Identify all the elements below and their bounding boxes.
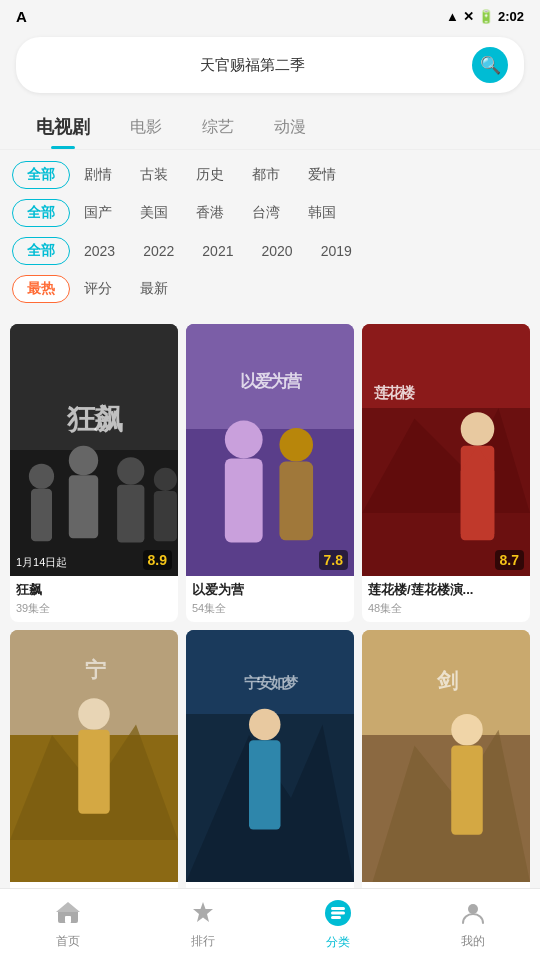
filter-region-cn[interactable]: 国产 [70, 199, 126, 227]
mine-icon [460, 900, 486, 930]
nav-category-label: 分类 [326, 934, 350, 951]
filter-year-2021[interactable]: 2021 [188, 238, 247, 264]
filter-year-row: 全部 2023 2022 2021 2020 2019 [0, 232, 540, 270]
nav-category[interactable]: 分类 [270, 899, 405, 951]
svg-point-28 [78, 698, 110, 730]
tab-anime[interactable]: 动漫 [254, 107, 326, 148]
nav-home-label: 首页 [56, 933, 80, 950]
svg-point-6 [117, 457, 144, 484]
wifi-icon: ▲ [446, 9, 459, 24]
nav-rank-label: 排行 [191, 933, 215, 950]
svg-text:莲花楼: 莲花楼 [374, 385, 416, 401]
card-poster-1: 狂飙 1月14日起 8.9 [10, 324, 178, 576]
filter-year-2019[interactable]: 2019 [307, 238, 366, 264]
filter-region-all[interactable]: 全部 [12, 199, 70, 227]
filter-sort-new[interactable]: 最新 [126, 275, 182, 303]
card-title-3: 莲花楼/莲花楼演... [368, 581, 524, 599]
card-poster-3: 莲花楼 8.7 [362, 324, 530, 576]
svg-text:宁安如梦: 宁安如梦 [244, 674, 299, 691]
card-rating-1: 8.9 [143, 550, 172, 570]
svg-point-4 [69, 446, 98, 475]
card-title-1: 狂飙 [16, 581, 172, 599]
svg-point-51 [468, 904, 478, 914]
filter-year-all[interactable]: 全部 [12, 237, 70, 265]
svg-rect-16 [279, 462, 313, 541]
poster-bg-2: 以爱为营 [186, 324, 354, 576]
status-app-icon: A [16, 8, 27, 25]
svg-text:狂飙: 狂飙 [66, 402, 123, 435]
category-icon [324, 899, 352, 931]
filter-year-2023[interactable]: 2023 [70, 238, 129, 264]
filter-region-us[interactable]: 美国 [126, 199, 182, 227]
card-poster-6: 剑 [362, 630, 530, 882]
search-bar[interactable]: 天官赐福第二季 🔍 [16, 37, 524, 93]
svg-rect-3 [31, 489, 52, 541]
tab-movie[interactable]: 电影 [110, 107, 182, 148]
card-date-1: 1月14日起 [16, 555, 67, 570]
svg-point-21 [461, 412, 495, 446]
svg-rect-45 [65, 916, 71, 923]
filter-region-tw[interactable]: 台湾 [238, 199, 294, 227]
tab-variety[interactable]: 综艺 [182, 107, 254, 148]
svg-point-34 [249, 709, 281, 741]
card-5[interactable]: 宁安如梦 [186, 630, 354, 895]
svg-rect-9 [154, 491, 177, 541]
poster-bg-6: 剑 [362, 630, 530, 882]
filter-region-hk[interactable]: 香港 [182, 199, 238, 227]
filter-genre-city[interactable]: 都市 [238, 161, 294, 189]
nav-home[interactable]: 首页 [0, 900, 135, 950]
svg-marker-44 [56, 902, 80, 912]
bottom-nav: 首页 排行 分类 我的 [0, 888, 540, 960]
search-button[interactable]: 🔍 [472, 47, 508, 83]
svg-rect-5 [69, 475, 98, 538]
status-right: ▲ ✕ 🔋 2:02 [446, 9, 524, 24]
status-time: 2:02 [498, 9, 524, 24]
filter-genre-history[interactable]: 历史 [182, 161, 238, 189]
card-kuangbiao[interactable]: 狂飙 1月14日起 8.9 狂飙 39集全 [10, 324, 178, 622]
svg-marker-46 [193, 902, 213, 922]
rank-icon [190, 900, 216, 930]
svg-rect-49 [331, 911, 345, 914]
poster-bg-5: 宁安如梦 [186, 630, 354, 882]
filter-sort-row: 最热 评分 最新 [0, 270, 540, 308]
filter-genre-drama[interactable]: 剧情 [70, 161, 126, 189]
card-info-3: 莲花楼/莲花楼演... 48集全 [362, 576, 530, 622]
filter-genre-all[interactable]: 全部 [12, 161, 70, 189]
home-icon [55, 900, 81, 930]
svg-point-2 [29, 464, 54, 489]
nav-mine-label: 我的 [461, 933, 485, 950]
svg-rect-35 [249, 740, 281, 829]
nav-rank[interactable]: 排行 [135, 900, 270, 950]
card-sub-2: 54集全 [192, 601, 348, 616]
card-rating-2: 7.8 [319, 550, 348, 570]
filter-sort-rating[interactable]: 评分 [70, 275, 126, 303]
card-info-2: 以爱为营 54集全 [186, 576, 354, 622]
signal-icon: ✕ [463, 9, 474, 24]
nav-mine[interactable]: 我的 [405, 900, 540, 950]
svg-text:宁: 宁 [85, 658, 106, 681]
svg-rect-29 [78, 730, 110, 814]
card-sub-1: 39集全 [16, 601, 172, 616]
svg-point-8 [154, 468, 177, 491]
filter-year-2020[interactable]: 2020 [247, 238, 306, 264]
poster-bg-1: 狂飙 [10, 324, 178, 576]
card-title-2: 以爱为营 [192, 581, 348, 599]
tab-tv[interactable]: 电视剧 [16, 105, 110, 149]
card-4[interactable]: 宁 [10, 630, 178, 895]
card-yiaiweiy ing[interactable]: 以爱为营 7.8 以爱为营 54集全 [186, 324, 354, 622]
filter-genre-row: 全部 剧情 古装 历史 都市 爱情 [0, 156, 540, 194]
filter-region-kr[interactable]: 韩国 [294, 199, 350, 227]
card-poster-5: 宁安如梦 [186, 630, 354, 882]
svg-rect-7 [117, 485, 144, 543]
filter-sort-hot[interactable]: 最热 [12, 275, 70, 303]
svg-text:以爱为营: 以爱为营 [240, 372, 302, 391]
svg-rect-14 [225, 458, 263, 542]
filter-genre-costume[interactable]: 古装 [126, 161, 182, 189]
card-lianhua[interactable]: 莲花楼 8.7 莲花楼/莲花楼演... 48集全 [362, 324, 530, 622]
svg-rect-48 [331, 907, 345, 910]
card-poster-4: 宁 [10, 630, 178, 882]
poster-bg-4: 宁 [10, 630, 178, 882]
filter-genre-romance[interactable]: 爱情 [294, 161, 350, 189]
filter-year-2022[interactable]: 2022 [129, 238, 188, 264]
card-6[interactable]: 剑 [362, 630, 530, 895]
